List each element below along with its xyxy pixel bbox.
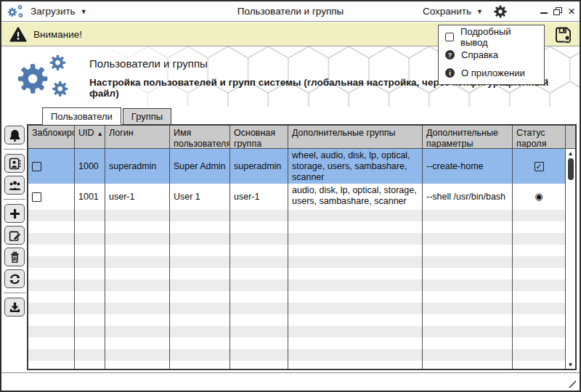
notifications-button[interactable] — [4, 126, 25, 144]
checkbox-checked-icon[interactable]: ✓ — [535, 162, 544, 171]
users-groups-gears-icon — [10, 51, 79, 103]
extra-groups-cell: audio, disk, lp, optical, storage, users… — [288, 184, 423, 210]
user-card-button[interactable] — [4, 154, 25, 173]
load-menu-label: Загрузить — [31, 6, 76, 17]
delete-user-button[interactable] — [4, 248, 25, 266]
column-header-locked[interactable]: Заблокирован — [28, 126, 75, 148]
login-cell: user-1 — [105, 184, 170, 210]
column-header-group[interactable]: Основная группа — [230, 126, 288, 148]
empty-column — [513, 210, 565, 369]
column-header-extra-params[interactable]: Дополнительные параметры — [423, 126, 513, 148]
extra-params-cell: --shell /usr/bin/bash — [423, 184, 513, 210]
scroll-down-button[interactable]: ▼ — [566, 360, 575, 369]
column-header-login[interactable]: Логин — [105, 126, 170, 148]
refresh-icon — [8, 272, 22, 286]
table-row[interactable]: 1001 user-1 User 1 user-1 audio, disk, l… — [28, 184, 565, 210]
empty-column — [170, 210, 230, 369]
menu-item-verbose-output[interactable]: Подробный вывод — [439, 28, 544, 46]
download-button[interactable] — [4, 298, 25, 317]
users-table: Заблокирован UID▲ Логин Имя пользователя… — [27, 124, 577, 370]
uid-cell: 1001 — [75, 184, 105, 210]
scrollbar-header-cap — [566, 126, 575, 149]
maximize-button[interactable] — [553, 7, 562, 15]
empty-column — [105, 210, 170, 369]
app-window: Загрузить ▼ Пользователи и группы Сохран… — [0, 0, 581, 392]
scrollbar-track[interactable] — [566, 180, 575, 360]
toolbar-separator — [4, 149, 25, 150]
save-menu-label: Сохранить — [423, 6, 471, 17]
menu-item-about[interactable]: i О приложении — [439, 64, 544, 82]
menu-item-label: О приложении — [461, 68, 525, 78]
trash-icon — [8, 250, 22, 264]
column-header-name[interactable]: Имя пользователя — [170, 126, 230, 148]
edit-user-button[interactable] — [4, 226, 25, 245]
users-group-icon — [8, 179, 22, 192]
settings-gear-button[interactable] — [494, 5, 507, 18]
add-user-button[interactable] — [4, 204, 25, 223]
tab-users[interactable]: Пользователи — [42, 107, 121, 125]
settings-dropdown-menu: Подробный вывод ? Справка i О приложении — [438, 25, 545, 85]
group-cell: user-1 — [230, 184, 288, 210]
info-icon: i — [445, 68, 455, 78]
empty-rows-area — [28, 210, 565, 369]
empty-column — [75, 210, 105, 369]
toolbar-separator — [4, 293, 25, 293]
scrollbar-thumb[interactable] — [568, 158, 574, 180]
refresh-button[interactable] — [4, 269, 25, 288]
empty-column — [423, 210, 513, 369]
help-icon: ? — [445, 50, 455, 60]
save-user-file-icon[interactable] — [553, 25, 573, 44]
side-toolbar — [4, 126, 25, 319]
menu-item-help[interactable]: ? Справка — [439, 46, 544, 64]
menu-item-label: Подробный вывод — [460, 26, 537, 48]
name-cell: Super Admin — [170, 149, 230, 184]
extra-params-cell: --create-home — [423, 149, 513, 184]
locked-cell — [28, 149, 75, 184]
resize-grip[interactable] — [566, 378, 576, 388]
column-header-uid[interactable]: UID▲ — [75, 126, 105, 148]
login-cell: superadmin — [105, 149, 170, 184]
edit-pencil-icon — [8, 229, 22, 242]
table-header-row: Заблокирован UID▲ Логин Имя пользователя… — [28, 126, 565, 149]
close-button[interactable]: × — [568, 7, 575, 17]
group-cell: superadmin — [230, 149, 288, 184]
column-header-extra-groups[interactable]: Дополнительные группы — [288, 126, 423, 148]
radio-selected-icon[interactable]: ◉ — [535, 191, 543, 202]
menu-item-label: Справка — [461, 49, 498, 60]
minimize-button[interactable] — [540, 12, 548, 14]
status-bar — [1, 372, 580, 391]
password-status-cell: ✓ — [513, 149, 565, 184]
download-icon — [8, 301, 22, 314]
checkbox-unchecked-icon[interactable] — [32, 192, 41, 202]
tab-groups[interactable]: Группы — [123, 108, 171, 125]
table-row[interactable]: 1000 superadmin Super Admin superadmin w… — [28, 149, 565, 184]
vertical-scrollbar[interactable]: ▲ ▼ — [565, 126, 575, 369]
checkbox-unchecked-icon[interactable] — [32, 162, 41, 171]
uid-cell: 1000 — [75, 149, 105, 184]
scroll-up-button[interactable]: ▲ — [566, 149, 575, 158]
locked-cell — [28, 184, 75, 210]
titlebar: Загрузить ▼ Пользователи и группы Сохран… — [1, 1, 580, 22]
window-controls: × — [540, 1, 575, 21]
empty-column — [28, 210, 75, 369]
chevron-down-icon: ▼ — [476, 8, 483, 15]
restore-icon — [553, 9, 560, 15]
user-groups-button[interactable] — [4, 176, 25, 195]
empty-column — [230, 210, 288, 369]
password-status-cell: ◉ — [513, 184, 565, 210]
tab-bar: Пользователи Группы — [42, 107, 171, 125]
app-logo-gears-icon — [7, 4, 25, 20]
plus-icon — [8, 207, 22, 221]
warning-triangle-icon — [9, 27, 27, 42]
contact-card-icon — [8, 157, 22, 171]
checkbox-icon[interactable] — [445, 33, 454, 41]
load-menu-button[interactable]: Загрузить ▼ — [31, 1, 87, 21]
empty-column — [288, 210, 423, 369]
column-header-password-status[interactable]: Статус пароля — [513, 126, 565, 148]
extra-groups-cell: wheel, audio, disk, lp, optical, storage… — [288, 149, 423, 184]
chevron-down-icon: ▼ — [81, 8, 87, 15]
bell-icon — [8, 128, 22, 142]
save-menu-button[interactable]: Сохранить ▼ — [423, 1, 483, 21]
name-cell: User 1 — [170, 184, 230, 210]
toolbar-separator — [4, 199, 25, 200]
